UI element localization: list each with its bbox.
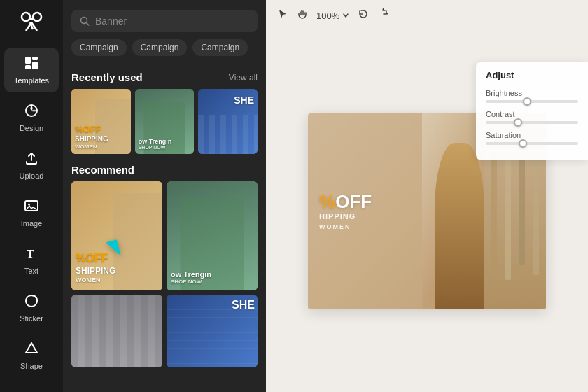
view-all-button[interactable]: View all: [229, 73, 258, 83]
templates-icon: [24, 55, 39, 74]
template-thumb-recent-1[interactable]: %OFF SHIPPING WOMEN: [71, 89, 131, 154]
template-thumb-rec-2[interactable]: ow Trengin SHOP NOW: [167, 181, 258, 290]
zoom-value: 100%: [316, 10, 340, 21]
recommend-grid: %OFF SHIPPING WOMEN ow Trengin: [71, 181, 258, 368]
chip-1[interactable]: Campaign: [132, 39, 188, 56]
sticker-label: Sticker: [20, 314, 43, 323]
text-label: Text: [24, 267, 38, 275]
adjust-panel: Adjust Brightness Contrast Saturation: [476, 62, 588, 160]
undo-icon[interactable]: [358, 8, 369, 22]
shape-icon: [24, 341, 39, 359]
shape-label: Shape: [20, 362, 43, 370]
sidebar-item-sticker[interactable]: Sticker: [4, 286, 59, 330]
canvas-area: 100% %OFF HIPPING: [266, 0, 588, 392]
sidebar-item-upload[interactable]: Upload: [4, 143, 59, 188]
sidebar-item-shape[interactable]: Shape: [4, 333, 59, 378]
redo-icon[interactable]: [377, 8, 388, 22]
template-thumb-rec-3[interactable]: [71, 295, 162, 368]
design-label: Design: [20, 124, 43, 132]
recommend-title: Recommend: [71, 164, 134, 176]
zoom-control[interactable]: 100%: [316, 10, 349, 21]
contrast-label: Contrast: [486, 110, 578, 118]
image-icon: [24, 198, 39, 216]
svg-rect-9: [25, 65, 31, 69]
saturation-label: Saturation: [486, 131, 578, 139]
template-thumb-recent-2[interactable]: ow Trengin SHOP NOW: [135, 89, 195, 154]
recently-used-grid: %OFF SHIPPING WOMEN ow Trengin SHOP NOW: [71, 89, 258, 154]
brightness-row: Brightness: [486, 89, 578, 103]
contrast-row: Contrast: [486, 110, 578, 124]
recently-used-header: Recently used View all: [71, 71, 258, 83]
sidebar-item-text[interactable]: T Text: [4, 238, 59, 283]
app-logo: [18, 8, 46, 36]
panel-content: Recently used View all %OFF SHIPPING WOM…: [63, 63, 266, 392]
search-placeholder: Banner: [95, 15, 127, 27]
svg-point-12: [28, 204, 30, 206]
contrast-slider[interactable]: [486, 121, 578, 124]
brightness-slider[interactable]: [486, 100, 578, 103]
recommend-header: Recommend: [71, 164, 258, 176]
brightness-label: Brightness: [486, 89, 578, 97]
sticker-icon: [24, 293, 39, 312]
templates-label: Templates: [14, 76, 49, 85]
chip-0[interactable]: Campaign: [71, 39, 127, 56]
adjust-title: Adjust: [486, 70, 578, 80]
svg-rect-6: [25, 57, 31, 64]
upload-label: Upload: [20, 172, 44, 180]
svg-text:T: T: [27, 248, 34, 260]
sidebar: Templates Design Upload: [0, 0, 63, 392]
image-label: Image: [21, 219, 43, 227]
svg-line-16: [87, 23, 90, 26]
hand-tool-icon[interactable]: [297, 8, 308, 22]
template-thumb-recent-3[interactable]: SHE: [198, 89, 258, 154]
canvas-toolbar: 100%: [266, 0, 588, 31]
svg-line-4: [26, 22, 31, 31]
sidebar-item-image[interactable]: Image: [4, 190, 59, 235]
search-bar[interactable]: Banner: [71, 10, 258, 32]
chip-2[interactable]: Campaign: [192, 39, 248, 56]
template-thumb-rec-1[interactable]: %OFF SHIPPING WOMEN: [71, 181, 162, 290]
filter-chips: Campaign Campaign Campaign: [63, 39, 266, 63]
saturation-slider[interactable]: [486, 142, 578, 145]
template-thumb-rec-4[interactable]: SHE: [167, 295, 258, 368]
sidebar-item-templates[interactable]: Templates: [4, 48, 59, 92]
saturation-row: Saturation: [486, 131, 578, 145]
design-icon: [24, 103, 39, 121]
templates-panel: Banner Campaign Campaign Campaign Recent…: [63, 0, 266, 392]
svg-rect-7: [32, 57, 38, 60]
recently-used-title: Recently used: [71, 71, 143, 83]
canvas-main: %OFF HIPPING WOMEN: [266, 31, 588, 392]
text-icon: T: [24, 246, 39, 264]
search-icon: [80, 16, 90, 26]
upload-icon: [24, 150, 39, 169]
zoom-chevron-icon: [342, 12, 349, 19]
svg-rect-8: [32, 62, 38, 69]
sidebar-item-design[interactable]: Design: [4, 95, 59, 140]
cursor-tool-icon[interactable]: [277, 8, 288, 22]
